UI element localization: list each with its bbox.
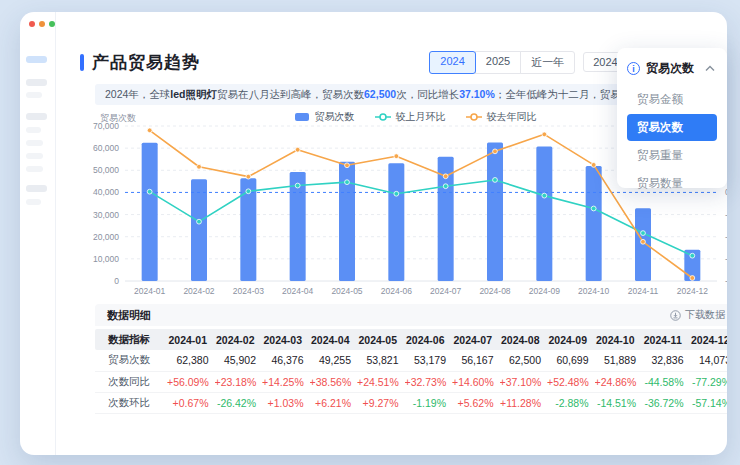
table-cell: +9.27% <box>357 392 405 413</box>
metric-dropdown-trigger[interactable]: i 贸易次数 <box>617 58 727 85</box>
table-cell: +38.56% <box>310 371 358 392</box>
table-cell: +32.73% <box>405 371 453 392</box>
table-header-cell: 数据指标 <box>95 329 167 350</box>
table-cell: +11.28% <box>500 392 548 413</box>
year-tab-2024[interactable]: 2024 <box>429 51 475 74</box>
table-header-cell: 2024-09 <box>547 329 595 350</box>
x-axis-tick-label: 2024-08 <box>479 286 510 296</box>
table-header-cell: 2024-03 <box>262 329 310 350</box>
summary-highlight: 37.10% <box>459 88 495 100</box>
table-cell: +24.86% <box>595 371 643 392</box>
bar[interactable] <box>536 147 552 281</box>
metric-option[interactable]: 贸易金额 <box>627 86 717 113</box>
table-cell: 53,821 <box>357 350 405 371</box>
title-accent-bar <box>80 54 84 71</box>
table-row: 次数同比+56.09%+23.18%+14.25%+38.56%+24.51%+… <box>95 371 727 392</box>
bar[interactable] <box>191 179 207 281</box>
table-header-cell: 2024-05 <box>357 329 405 350</box>
x-axis-tick-label: 2024-07 <box>430 286 461 296</box>
page-title: 产品贸易趋势 <box>92 51 200 74</box>
data-point[interactable] <box>493 149 498 154</box>
metric-option[interactable]: 贸易次数 <box>627 114 717 141</box>
data-point[interactable] <box>345 163 350 168</box>
data-point[interactable] <box>542 132 547 137</box>
data-point[interactable] <box>197 164 202 169</box>
sidebar-item-active <box>26 56 47 63</box>
metric-option[interactable]: 贸易重量 <box>627 142 717 169</box>
bar[interactable] <box>388 163 404 281</box>
data-point[interactable] <box>443 184 448 189</box>
x-axis-tick-label: 2024-02 <box>183 286 214 296</box>
chevron-up-icon <box>705 65 715 72</box>
bar[interactable] <box>487 143 503 281</box>
data-point[interactable] <box>493 178 498 183</box>
data-point[interactable] <box>246 174 251 179</box>
download-icon <box>670 310 681 321</box>
table-cell: -77.29% <box>690 371 728 392</box>
table-cell: +14.25% <box>262 371 310 392</box>
table-row: 贸易次数62,38045,90246,37649,25553,82153,179… <box>95 350 727 371</box>
data-point[interactable] <box>443 174 448 179</box>
bar[interactable] <box>142 143 158 281</box>
data-point[interactable] <box>591 163 596 168</box>
table-cell: 14,073 <box>690 350 728 371</box>
data-point[interactable] <box>197 219 202 224</box>
table-header-cell: 2024-01 <box>167 329 215 350</box>
table-header-cell: 2024-08 <box>500 329 548 350</box>
table-header-cell: 2024-11 <box>642 329 690 350</box>
table-header-cell: 2024-02 <box>215 329 263 350</box>
table-cell: 49,255 <box>310 350 358 371</box>
summary-highlight: 62,500 <box>364 88 396 100</box>
right-axis-tick-label: -20 <box>725 210 727 220</box>
table-cell: -2.88% <box>547 392 595 413</box>
year-tab-近一年[interactable]: 近一年 <box>520 51 575 74</box>
data-point[interactable] <box>246 189 251 194</box>
y-axis-tick-label: 30,000 <box>93 210 119 220</box>
table-header-cell: 2024-07 <box>452 329 500 350</box>
row-label: 次数同比 <box>95 371 167 392</box>
year-tab-group: 20242025近一年 <box>429 51 575 74</box>
year-tab-2025[interactable]: 2025 <box>475 51 521 74</box>
data-point[interactable] <box>295 147 300 152</box>
x-axis-tick-label: 2024-05 <box>331 286 362 296</box>
row-label: 次数环比 <box>95 392 167 413</box>
x-axis-tick-label: 2024-04 <box>282 286 313 296</box>
download-label: 下载数据 <box>685 308 725 322</box>
table-cell: -26.42% <box>215 392 263 413</box>
data-point[interactable] <box>345 180 350 185</box>
sidebar-item <box>26 185 47 192</box>
summary-text: 贸易在八月达到高峰，贸易次数 <box>217 88 364 100</box>
table-cell: -57.14% <box>690 392 728 413</box>
y-axis-tick-label: 70,000 <box>93 121 119 131</box>
table-cell: +5.62% <box>452 392 500 413</box>
right-axis-tick-label: -40 <box>725 232 727 242</box>
x-axis-tick-label: 2024-06 <box>381 286 412 296</box>
table-cell: 53,179 <box>405 350 453 371</box>
selected-metric-label: 贸易次数 <box>646 60 694 77</box>
table-cell: -14.51% <box>595 392 643 413</box>
data-point[interactable] <box>394 191 399 196</box>
data-point[interactable] <box>542 193 547 198</box>
data-point[interactable] <box>147 189 152 194</box>
table-cell: 51,889 <box>595 350 643 371</box>
bar[interactable] <box>586 166 602 281</box>
data-point[interactable] <box>295 183 300 188</box>
data-point[interactable] <box>641 231 646 236</box>
metric-option[interactable]: 贸易数量 <box>627 170 717 197</box>
data-point[interactable] <box>591 206 596 211</box>
y-axis-tick-label: 20,000 <box>93 232 119 242</box>
data-point[interactable] <box>690 253 695 258</box>
sidebar-item <box>26 153 43 159</box>
data-point[interactable] <box>147 128 152 133</box>
download-data-button[interactable]: 下载数据 <box>670 308 725 322</box>
bar[interactable] <box>635 208 651 281</box>
table-header-cell: 2024-04 <box>310 329 358 350</box>
data-point[interactable] <box>394 154 399 159</box>
data-point[interactable] <box>641 239 646 244</box>
x-axis-tick-label: 2024-10 <box>578 286 609 296</box>
info-circle-icon: i <box>627 62 640 75</box>
data-table: 数据指标2024-012024-022024-032024-042024-052… <box>95 329 727 414</box>
data-point[interactable] <box>690 276 695 281</box>
y-axis-tick-label: 0 <box>114 276 119 286</box>
table-cell: +52.48% <box>547 371 595 392</box>
